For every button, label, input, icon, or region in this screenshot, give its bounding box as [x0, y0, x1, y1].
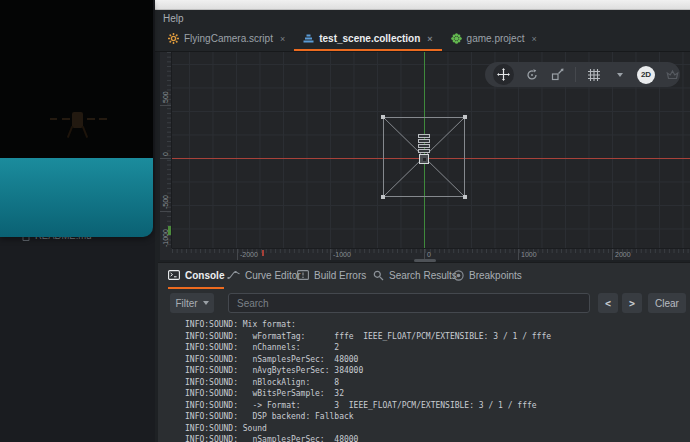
console-line: INFO:SOUND: Sound	[185, 423, 690, 435]
chevron-right-icon: >	[629, 298, 635, 309]
tab-flyingcamera-script[interactable]: FlyingCamera.script ×	[159, 28, 294, 51]
tab-close-icon[interactable]: ×	[280, 34, 285, 44]
vertical-ruler: 1000 500 0 -500 -1000	[160, 52, 172, 248]
viewport-toolbar: 2D	[485, 62, 680, 87]
menu-bar: Help	[155, 10, 690, 28]
console-line: INFO:SOUND: wBitsPerSample: 32	[185, 388, 690, 400]
curve-icon	[227, 270, 240, 280]
editor-window: Help FlyingCamera.script ×	[155, 0, 690, 442]
console-output[interactable]: INFO:SOUND: Mix format: INFO:SOUND: wFor…	[158, 319, 690, 442]
chevron-down-icon	[617, 73, 623, 77]
corner-handle[interactable]	[381, 115, 385, 119]
ruler-label: 1000	[521, 251, 537, 258]
corner-handle[interactable]	[463, 115, 467, 119]
corner-handle[interactable]	[463, 195, 467, 199]
ruler-tick	[518, 249, 519, 260]
ruler-label: -500	[162, 195, 169, 209]
window-titlebar	[155, 0, 690, 10]
ruler-label: 0	[162, 152, 169, 156]
console-line: INFO:SOUND: nAvgBytesPerSec: 384000	[185, 365, 690, 377]
sprite-rung	[418, 149, 430, 153]
drone-body	[72, 112, 83, 128]
console-line: INFO:SOUND: -> Format: 3 IEEE_FLOAT/PCM/…	[185, 400, 690, 412]
ruler-tick	[160, 158, 172, 159]
next-match-button[interactable]: >	[622, 293, 642, 313]
console-line: INFO:SOUND: nBlockAlign: 8	[185, 377, 690, 389]
menu-help[interactable]: Help	[155, 10, 192, 28]
drone-game-object[interactable]	[417, 134, 431, 165]
filter-label: Filter	[175, 298, 197, 309]
console-line: INFO:SOUND: nSamplesPerSec: 48000	[185, 434, 690, 442]
tab-search-results[interactable]: Search Results	[373, 263, 457, 289]
rotate-tool-button[interactable]	[523, 66, 540, 83]
move-tool-button[interactable]	[493, 64, 514, 85]
project-icon	[451, 33, 462, 44]
tab-label: Build Errors	[314, 270, 366, 281]
drone-leg-right	[82, 126, 88, 138]
tab-label: Curve Editor	[245, 270, 301, 281]
tab-console[interactable]: Console	[168, 263, 224, 289]
sprite-base	[419, 154, 429, 164]
scale-tool-button[interactable]	[549, 66, 566, 83]
chevron-left-icon: <	[605, 298, 611, 309]
corner-handle[interactable]	[381, 195, 385, 199]
editor-tab-bar: FlyingCamera.script × test_scene.collect…	[155, 28, 690, 52]
ruler-corner	[160, 248, 172, 260]
search-input[interactable]	[228, 293, 590, 313]
console-line: INFO:SOUND: DSP backend: Fallback	[185, 411, 690, 423]
ruler-label: 0	[427, 251, 431, 258]
drone-leg-left	[67, 126, 73, 138]
prev-match-button[interactable]: <	[598, 293, 618, 313]
ruler-label: -1000	[333, 251, 351, 258]
tab-game-project[interactable]: game.project ×	[442, 28, 546, 51]
mode-2d-button[interactable]: 2D	[637, 66, 655, 84]
tab-label: test_scene.collection	[319, 33, 420, 44]
clear-console-button[interactable]: Clear	[648, 293, 686, 313]
breakpoints-icon	[453, 270, 464, 281]
scene-canvas[interactable]: 2D	[172, 52, 690, 248]
tab-close-icon[interactable]: ×	[427, 34, 432, 44]
drone-rotor-right	[87, 118, 95, 120]
game-preview-window	[0, 0, 153, 237]
console-line: INFO:SOUND: nSamplesPerSec: 48000	[185, 354, 690, 366]
guides-toggle-button[interactable]	[664, 66, 681, 83]
ruler-tick	[160, 105, 172, 106]
console-line: INFO:SOUND: Mix format:	[185, 319, 690, 331]
scene-viewport[interactable]: 2D	[160, 52, 690, 260]
ruler-label: -2000	[240, 251, 258, 258]
tab-label: Search Results	[389, 270, 457, 281]
console-filter-bar: Filter < > Clear	[158, 291, 690, 317]
sprite-rung	[418, 139, 430, 143]
game-ground	[0, 158, 153, 237]
ruler-tick	[330, 249, 331, 260]
toolbar-divider	[575, 67, 576, 82]
ruler-label: 500	[162, 91, 169, 103]
build-errors-icon	[297, 270, 309, 280]
bottom-panel: Console Curve Editor Build Errors Sear	[158, 262, 690, 442]
ruler-label: 2000	[615, 251, 631, 258]
tab-build-errors[interactable]: Build Errors	[297, 263, 366, 289]
ruler-green-marker	[168, 226, 171, 235]
grid-toggle-button[interactable]	[585, 66, 602, 83]
chevron-down-icon	[203, 301, 209, 305]
filter-dropdown-button[interactable]: Filter	[170, 293, 214, 313]
console-icon	[168, 270, 180, 280]
grid-options-dropdown[interactable]	[611, 66, 628, 83]
console-line: INFO:SOUND: nChannels: 2	[185, 342, 690, 354]
tab-label: Console	[185, 270, 224, 281]
script-gear-icon	[168, 33, 179, 44]
mode-2d-label: 2D	[641, 70, 651, 79]
clear-label: Clear	[655, 298, 679, 309]
tab-close-icon[interactable]: ×	[531, 34, 536, 44]
ruler-tick	[612, 249, 613, 260]
tab-curve-editor[interactable]: Curve Editor	[227, 263, 301, 289]
tab-label: FlyingCamera.script	[184, 33, 273, 44]
ruler-red-marker	[262, 250, 264, 256]
tab-breakpoints[interactable]: Breakpoints	[453, 263, 522, 289]
tab-label: Breakpoints	[469, 270, 522, 281]
ruler-tick	[237, 249, 238, 260]
search-icon	[373, 270, 384, 281]
drone-rotor-right2	[99, 118, 107, 120]
drone-rotor-left	[50, 118, 57, 120]
tab-test-scene-collection[interactable]: test_scene.collection ×	[294, 28, 441, 51]
